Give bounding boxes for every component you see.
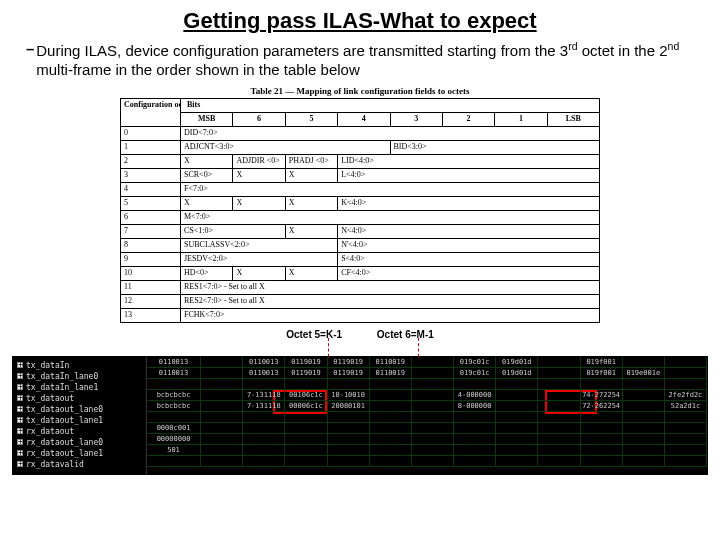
wave-cell [665, 379, 707, 389]
wave-cell [496, 434, 538, 444]
wave-cell [623, 390, 665, 400]
wave-cell [243, 456, 285, 466]
wave-cell [328, 423, 370, 433]
wave-cell [370, 456, 412, 466]
wave-cell [454, 456, 496, 466]
field-cell: PHADJ <0> [285, 154, 337, 168]
wave-cell [581, 423, 623, 433]
wave-cell [370, 390, 412, 400]
expand-icon [17, 362, 23, 368]
field-cell: ADJCNT<3:0> [181, 140, 391, 154]
wave-cell: 72-262254 [581, 401, 623, 411]
bit-col-header: MSB [181, 112, 233, 126]
wave-cell: 0110013 [147, 357, 201, 367]
wave-cell [623, 379, 665, 389]
wave-row [147, 379, 707, 390]
row-index: 6 [121, 210, 181, 224]
wave-cell [496, 445, 538, 455]
field-cell: X [285, 266, 337, 280]
wave-cell: 019d01d [496, 368, 538, 378]
row-index: 10 [121, 266, 181, 280]
wave-cell [665, 368, 707, 378]
row-index: 0 [121, 126, 181, 140]
signal-row: tx_dataIn [17, 360, 142, 371]
wave-cell [623, 445, 665, 455]
wave-cell [370, 401, 412, 411]
wave-cell: 0000c001 [147, 423, 201, 433]
wave-cell: 10-10010 [328, 390, 370, 400]
wave-cell [665, 434, 707, 444]
wave-cell [454, 379, 496, 389]
wave-cell [412, 423, 454, 433]
wave-cell [201, 357, 243, 367]
header-bits: Bits [181, 98, 600, 112]
row-index: 13 [121, 308, 181, 322]
wave-cell [496, 456, 538, 466]
field-cell: M<7:0> [181, 210, 600, 224]
field-cell: SUBCLASSV<2:0> [181, 238, 338, 252]
wave-row: 01100130110013011901901190190110019019c0… [147, 368, 707, 379]
wave-cell [285, 412, 327, 422]
wave-cell [623, 401, 665, 411]
wave-cell: 52a2d1c [665, 401, 707, 411]
waveform-grid: 01100130110013011901901190190110019019c0… [147, 357, 707, 474]
wave-cell [201, 379, 243, 389]
wave-cell [370, 445, 412, 455]
wave-cell [285, 379, 327, 389]
signal-row: tx_dataout [17, 393, 142, 404]
wave-cell: 0119019 [285, 368, 327, 378]
signal-row: rx_dataout_lane1 [17, 448, 142, 459]
signal-name: tx_dataout [26, 394, 74, 403]
signal-row: tx_dataout_lane0 [17, 404, 142, 415]
wave-cell [147, 412, 201, 422]
wave-cell [243, 445, 285, 455]
wave-cell [412, 357, 454, 367]
field-cell: ADJDIR <0> [233, 154, 285, 168]
expand-icon [17, 450, 23, 456]
field-cell: RES2<7:0> - Set to all X [181, 294, 600, 308]
wave-cell [201, 368, 243, 378]
wave-cell [538, 434, 580, 444]
wave-cell [328, 456, 370, 466]
wave-cell [412, 445, 454, 455]
wave-cell: 7-131118 [243, 390, 285, 400]
field-cell: LID<4:0> [338, 154, 600, 168]
row-index: 5 [121, 196, 181, 210]
field-cell: X [285, 196, 337, 210]
wave-row: 0000c001 [147, 423, 707, 434]
signal-name: rx_datavalid [26, 460, 84, 469]
signal-name: tx_dataout_lane1 [26, 416, 103, 425]
wave-cell: 8-000000 [454, 401, 496, 411]
wave-cell [454, 412, 496, 422]
wave-cell [328, 434, 370, 444]
wave-cell [623, 434, 665, 444]
expand-icon [17, 373, 23, 379]
bullet-dash: – [24, 40, 36, 80]
field-cell: HD<0> [181, 266, 233, 280]
bit-col-header: 6 [233, 112, 285, 126]
wave-cell [496, 401, 538, 411]
row-index: 1 [121, 140, 181, 154]
wave-cell [285, 445, 327, 455]
field-cell: CF<4:0> [338, 266, 600, 280]
field-cell: BID<3:0> [390, 140, 600, 154]
wave-cell [581, 445, 623, 455]
wave-cell: 00000000 [147, 434, 201, 444]
expand-icon [17, 417, 23, 423]
field-cell: RES1<7:0> - Set to all X [181, 280, 600, 294]
wave-cell [538, 390, 580, 400]
wave-cell [496, 412, 538, 422]
row-index: 3 [121, 168, 181, 182]
wave-cell [665, 423, 707, 433]
bit-col-header: 3 [390, 112, 442, 126]
field-cell: DID<7:0> [181, 126, 600, 140]
wave-cell [201, 401, 243, 411]
wave-cell [201, 445, 243, 455]
wave-cell: 0110013 [147, 368, 201, 378]
wave-cell [454, 445, 496, 455]
bit-col-header: 2 [442, 112, 494, 126]
row-index: 2 [121, 154, 181, 168]
wave-cell: 0110013 [243, 368, 285, 378]
signal-name: tx_dataIn_lane1 [26, 383, 98, 392]
field-cell: JESDV<2:0> [181, 252, 338, 266]
